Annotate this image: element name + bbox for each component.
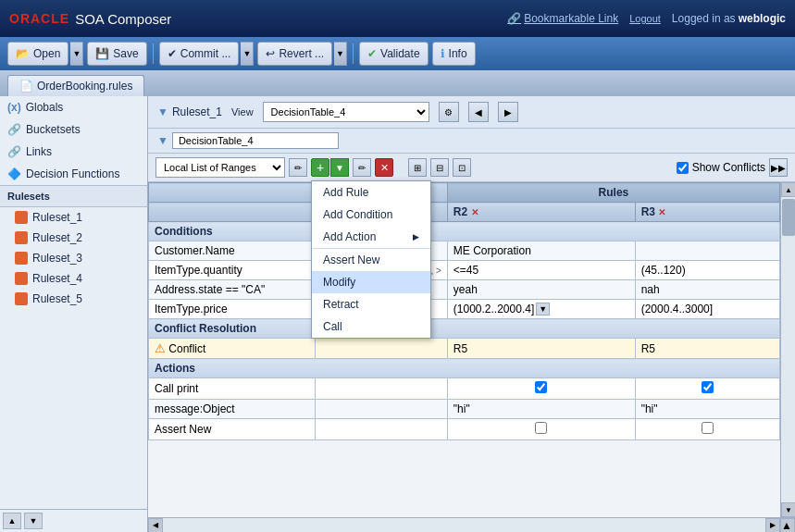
ctx-assert-new[interactable]: Assert New (312, 249, 430, 271)
open-dropdown[interactable]: ▼ (70, 42, 83, 66)
corner-btn: ▲ (780, 518, 795, 533)
nav-up-button[interactable]: ▲ (3, 513, 21, 529)
range-dropdown[interactable]: Local List of Ranges (155, 157, 285, 178)
ctx-add-action[interactable]: Add Action ▶ (312, 226, 430, 248)
save-button[interactable]: 💾 Save (87, 42, 146, 66)
horizontal-scrollbar[interactable]: ◀ ▶ ▲ (148, 517, 795, 532)
conflict-r2[interactable]: R5 (447, 339, 635, 359)
nav-down-button[interactable]: ▼ (24, 513, 43, 529)
globals-item[interactable]: (x) Globals (0, 96, 147, 118)
add-dropdown-btn[interactable]: ▼ (330, 158, 349, 177)
conditions-label: Conditions (149, 222, 780, 241)
scroll-thumb[interactable] (782, 199, 795, 236)
row-r2-price[interactable]: (1000.2..2000.4] ▼ (447, 300, 635, 319)
row-r3-price[interactable]: (2000.4..3000] (635, 300, 779, 319)
row-r3-addr[interactable]: nah (635, 280, 779, 300)
row-r3[interactable] (635, 241, 779, 261)
info-button[interactable]: ℹ Info (432, 42, 476, 66)
r2-close-btn[interactable]: ✕ (471, 207, 478, 217)
expand-right-btn[interactable]: ▶▶ (769, 158, 788, 177)
conditions-header-row: Conditions (149, 222, 780, 241)
table-icon-1[interactable]: ⊞ (408, 158, 427, 177)
table-row: ItemType.quantity <=45, (45..120), [120.… (149, 261, 780, 280)
row-r2[interactable]: ME Corporation (447, 241, 635, 261)
table-row: Customer.Name ME Corporation (149, 241, 780, 261)
commit-button[interactable]: ✔ Commit ... (159, 42, 240, 66)
toolbar: 📂 Open ▼ 💾 Save ✔ Commit ... ▼ ↩ Revert … (0, 37, 795, 70)
info-icon: ℹ (441, 47, 445, 60)
action-call-print-label: Call print (149, 378, 316, 400)
ctx-call[interactable]: Call (312, 315, 430, 338)
ruleset-icon (15, 272, 28, 285)
price-dropdown-arrow[interactable]: ▼ (536, 303, 550, 315)
ctx-add-rule[interactable]: Add Rule (312, 181, 430, 204)
ctx-modify[interactable]: Modify (312, 271, 430, 293)
h-scroll-track[interactable] (163, 518, 765, 533)
delete-button[interactable]: ✕ (375, 158, 393, 177)
action-r2-check[interactable] (447, 378, 635, 400)
table-icon-3[interactable]: ⊡ (453, 158, 471, 177)
scroll-left-btn[interactable]: ◀ (148, 518, 163, 533)
links-item[interactable]: 🔗 Links (0, 141, 147, 163)
edit-range-icon-btn[interactable]: ✏ (289, 158, 307, 177)
validate-button[interactable]: ✔ Validate (359, 42, 428, 66)
col-header-rules: Rules (447, 183, 779, 203)
open-icon: 📂 (16, 47, 30, 60)
call-print-r3-checkbox[interactable] (702, 381, 714, 393)
assert-r3-checkbox[interactable] (702, 422, 714, 434)
rules-table: Rules R2 ✕ R3 ✕ (148, 182, 780, 440)
sidebar-item-ruleset-5[interactable]: Ruleset_5 (0, 289, 147, 309)
settings-icon-btn[interactable]: ⚙ (439, 102, 459, 122)
sidebar-item-ruleset-1[interactable]: Ruleset_1 (0, 207, 147, 228)
dt-name-input[interactable] (172, 132, 339, 149)
commit-dropdown[interactable]: ▼ (241, 42, 254, 66)
bookmarkable-link[interactable]: 🔗 Bookmarkable Link (507, 12, 618, 25)
call-print-r2-checkbox[interactable] (535, 381, 547, 393)
scroll-up-btn[interactable]: ▲ (781, 182, 795, 197)
conflict-label: ⚠ Conflict (149, 339, 316, 359)
sidebar-item-ruleset-2[interactable]: Ruleset_2 (0, 228, 147, 248)
nav-next-btn[interactable]: ▶ (498, 102, 518, 122)
ctx-add-condition[interactable]: Add Condition (312, 204, 430, 226)
nav-prev-btn[interactable]: ◀ (468, 102, 489, 122)
action-msg-r3[interactable]: "hi" (635, 400, 779, 419)
action-assert-r3[interactable] (635, 419, 779, 440)
links-icon: 🔗 (7, 145, 21, 158)
decision-functions-item[interactable]: 🔷 Decision Functions (0, 163, 147, 185)
sidebar-item-ruleset-4[interactable]: Ruleset_4 (0, 268, 147, 289)
action-empty2 (316, 400, 448, 419)
row-r2-addr[interactable]: yeah (447, 280, 635, 300)
add-button[interactable]: + (311, 158, 329, 177)
action-msg-r2[interactable]: "hi" (447, 400, 635, 419)
row-r3-qty[interactable]: (45..120) (635, 261, 779, 280)
dt-header: ▼ (148, 129, 795, 154)
bucketsets-item[interactable]: 🔗 Bucketsets (0, 118, 147, 141)
edit-icon-btn[interactable]: ✏ (353, 158, 371, 177)
conflict-row: ⚠ Conflict R5 R5 (149, 339, 780, 359)
revert-button[interactable]: ↩ Revert ... (257, 42, 332, 66)
action-r3-check[interactable] (635, 378, 779, 400)
scroll-track[interactable] (781, 197, 795, 502)
vertical-scrollbar[interactable]: ▲ ▼ (780, 182, 795, 517)
view-dropdown[interactable]: DecisionTable_4 (263, 102, 429, 122)
logout-link[interactable]: Logout (629, 13, 661, 24)
conflict-r3[interactable]: R5 (635, 339, 779, 359)
col-sub-empty (149, 203, 316, 222)
show-conflicts-checkbox[interactable] (677, 162, 689, 174)
action-assert-r2[interactable] (447, 419, 635, 440)
ctx-retract[interactable]: Retract (312, 293, 430, 315)
rulesets-section: Rulesets (0, 185, 147, 207)
assert-r2-checkbox[interactable] (535, 422, 547, 434)
revert-dropdown[interactable]: ▼ (334, 42, 347, 66)
table-icon-2[interactable]: ⊟ (430, 158, 449, 177)
row-r2-qty[interactable]: <=45 (447, 261, 635, 280)
scroll-right-btn[interactable]: ▶ (765, 518, 780, 533)
globals-icon: (x) (7, 101, 21, 114)
sidebar-item-ruleset-3[interactable]: Ruleset_3 (0, 248, 147, 268)
r3-close-btn[interactable]: ✕ (658, 207, 665, 217)
scroll-down-btn[interactable]: ▼ (781, 502, 795, 517)
row-label: ItemType.quantity (149, 261, 316, 280)
oracle-logo: ORACLE (9, 11, 69, 26)
tab-order-booking[interactable]: 📄 OrderBooking.rules (7, 75, 144, 96)
open-button[interactable]: 📂 Open (7, 42, 68, 66)
